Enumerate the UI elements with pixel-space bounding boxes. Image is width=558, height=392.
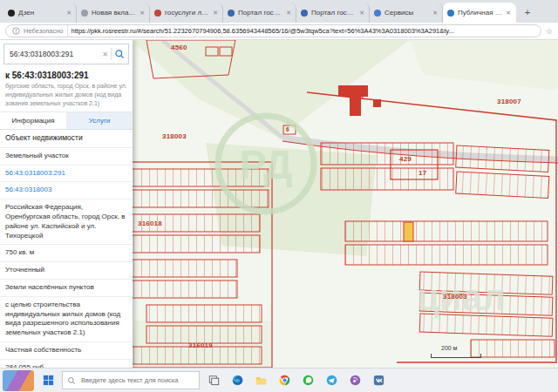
- windows-taskbar: [0, 368, 558, 392]
- tab-close-icon[interactable]: ✕: [359, 10, 364, 17]
- tab-title: Портал госус...: [238, 9, 282, 17]
- quarter-number-link[interactable]: 56:43:0318003: [0, 182, 133, 199]
- start-button[interactable]: [38, 371, 58, 390]
- attribute-row: Земельный участок: [0, 148, 133, 166]
- taskbar-icon-whatsapp[interactable]: [298, 371, 317, 390]
- attribute-row: Уточненный: [0, 262, 133, 280]
- tab-close-icon[interactable]: ✕: [432, 10, 438, 17]
- tab-favicon: [228, 10, 235, 17]
- desktop: Дзен ✕ Новая вкладк... ✕ госуслуги ли...…: [0, 0, 558, 392]
- browser-viewport: РД циал 4560 8 6 318007 318003 429 17 31…: [0, 40, 558, 368]
- subtitle-line: индивидуальных жилых домов (код вида: [5, 91, 127, 99]
- tab-favicon: [447, 10, 454, 17]
- task-view-button[interactable]: [204, 371, 223, 390]
- page-url: https://pkk.rosreestr.ru/#/search/51.223…: [71, 27, 454, 35]
- cadastral-number-link[interactable]: 56:43:0318003:291: [0, 166, 133, 183]
- attribute-row: Земли населённых пунктов: [0, 280, 133, 297]
- attribute-row: Российская Федерация, Оренбургская облас…: [0, 199, 133, 245]
- tab-favicon: [81, 10, 88, 17]
- attribute-row: 284 055 руб.: [0, 360, 133, 368]
- not-secure-icon: [12, 27, 20, 35]
- tab-title: Сервисы: [384, 9, 429, 17]
- tab-services[interactable]: Услуги: [66, 112, 133, 129]
- taskbar-icon-telegram[interactable]: [322, 371, 341, 390]
- browser-tab[interactable]: Сервисы ✕: [370, 3, 443, 23]
- news-widget-thumbnail[interactable]: [3, 370, 34, 391]
- new-tab-button[interactable]: +: [520, 4, 535, 20]
- browser-tab-strip: Дзен ✕ Новая вкладк... ✕ госуслуги ли...…: [0, 0, 558, 23]
- taskbar-search-input[interactable]: [79, 375, 194, 385]
- parcel-label: 6: [286, 126, 289, 132]
- taskbar-icon-viber[interactable]: [345, 371, 364, 390]
- subtitle-line: бургские область, город Орск, в районе у…: [5, 82, 127, 91]
- taskbar-search[interactable]: [62, 371, 200, 389]
- tab-title: Портал госус...: [311, 9, 356, 17]
- parcel-label: 17: [418, 169, 426, 177]
- search-divider: [111, 48, 112, 60]
- attribute-row: 750 кв. м: [0, 245, 133, 262]
- address-divider: [67, 25, 68, 37]
- tab-close-icon[interactable]: ✕: [66, 10, 71, 17]
- taskbar-icon-browser[interactable]: [275, 371, 294, 390]
- bookmark-star-icon[interactable]: ☆: [546, 27, 553, 36]
- browser-tab[interactable]: Портал госус... ✕: [296, 3, 370, 23]
- browser-tab[interactable]: Дзен ✕: [3, 3, 77, 23]
- quarter-label: 316019: [188, 341, 213, 349]
- attribute-row: Частная собственность: [0, 342, 133, 360]
- tab-title: Новая вкладк...: [92, 9, 136, 17]
- taskbar-icon-edge[interactable]: [228, 371, 247, 390]
- taskbar-icon-vk[interactable]: [369, 371, 388, 390]
- task-view-icon: [208, 374, 221, 387]
- search-icon[interactable]: [114, 49, 125, 59]
- subtitle-line: зования земельных участков 2.1): [5, 99, 127, 108]
- windows-logo-icon: [42, 374, 55, 387]
- quarter-label: 316018: [138, 220, 162, 227]
- svg-text:РД: РД: [240, 142, 293, 187]
- tab-close-icon[interactable]: ✕: [140, 10, 145, 17]
- parcel-title: к 56:43:0318003:291: [0, 66, 133, 81]
- tab-favicon: [301, 10, 308, 17]
- clear-search-icon[interactable]: ✕: [102, 51, 108, 58]
- address-bar: Небезопасно https://pkk.rosreestr.ru/#/s…: [0, 23, 558, 40]
- quarter-label: 318003: [443, 293, 467, 301]
- parcel-attributes: Объект недвижимости Земельный участок 56…: [0, 130, 133, 368]
- security-label: Небезопасно: [24, 27, 64, 35]
- parcel-label: 429: [399, 155, 412, 163]
- browser-tab[interactable]: Новая вкладк... ✕: [77, 3, 150, 23]
- quarter-label: 318007: [497, 98, 521, 105]
- attribute-row: с целью строительства индивидуальных жил…: [0, 297, 133, 342]
- tab-title: Публичная ка...: [458, 9, 502, 17]
- quarter-label: 318003: [162, 132, 187, 140]
- address-field[interactable]: Небезопасно https://pkk.rosreestr.ru/#/s…: [5, 24, 541, 37]
- browser-tab-active[interactable]: Публичная ка... ✕: [443, 3, 516, 23]
- attribute-section-title: Объект недвижимости: [0, 130, 133, 147]
- browser-tab[interactable]: госуслуги ли... ✕: [150, 3, 223, 23]
- quarter-label: 4560: [171, 44, 187, 51]
- tab-information[interactable]: Информация: [0, 112, 66, 129]
- tab-favicon: [8, 10, 15, 17]
- panel-tabs: Информация Услуги: [0, 112, 133, 130]
- parcel-label: 8: [359, 92, 364, 100]
- search-input[interactable]: [8, 49, 99, 59]
- parcel-subtitle: бургские область, город Орск, в районе у…: [0, 81, 133, 112]
- scale-label: 200 м: [441, 345, 457, 351]
- map-search: ✕: [3, 44, 129, 64]
- search-icon: [67, 376, 76, 385]
- tab-close-icon[interactable]: ✕: [213, 10, 218, 17]
- highlighted-parcel[interactable]: [404, 222, 413, 241]
- tab-close-icon[interactable]: ✕: [506, 10, 511, 17]
- taskbar-icon-explorer[interactable]: [251, 371, 270, 390]
- parcel-info-panel: ✕ к 56:43:0318003:291 бургские область, …: [0, 40, 133, 368]
- tab-favicon: [154, 10, 161, 17]
- tab-close-icon[interactable]: ✕: [286, 10, 291, 17]
- tab-title: Дзен: [18, 9, 63, 17]
- browser-tab[interactable]: Портал госус... ✕: [223, 3, 296, 23]
- scale-bar: [431, 354, 481, 358]
- tab-favicon: [374, 10, 381, 17]
- tab-title: госуслуги ли...: [165, 9, 209, 17]
